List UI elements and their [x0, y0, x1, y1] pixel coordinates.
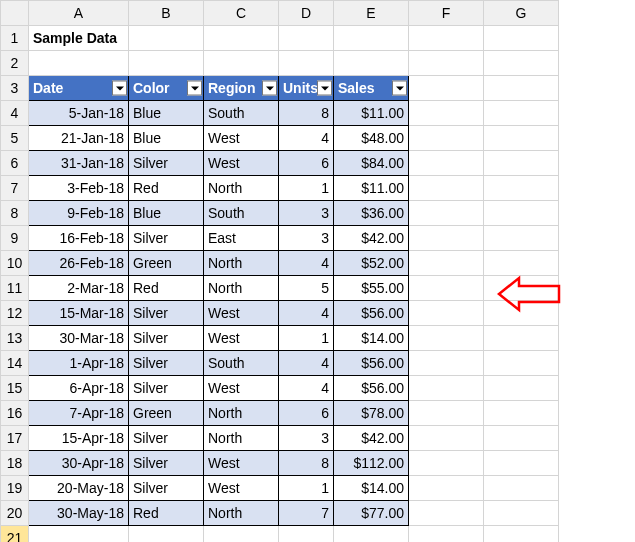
- cell-sales[interactable]: $42.00: [334, 426, 409, 451]
- cell-color[interactable]: Green: [129, 251, 204, 276]
- row-header-15[interactable]: 15: [1, 376, 29, 401]
- cell-sales[interactable]: $56.00: [334, 351, 409, 376]
- cell-date[interactable]: 5-Jan-18: [29, 101, 129, 126]
- cell-color[interactable]: Red: [129, 176, 204, 201]
- cell-region[interactable]: East: [204, 226, 279, 251]
- cell[interactable]: [409, 251, 484, 276]
- cell-date[interactable]: 9-Feb-18: [29, 201, 129, 226]
- cell-color[interactable]: Red: [129, 501, 204, 526]
- cell-region[interactable]: South: [204, 101, 279, 126]
- cell[interactable]: [409, 176, 484, 201]
- cell-units[interactable]: 4: [279, 351, 334, 376]
- cell[interactable]: [409, 376, 484, 401]
- cell-sales[interactable]: $14.00: [334, 476, 409, 501]
- cell-region[interactable]: West: [204, 126, 279, 151]
- cell[interactable]: [409, 351, 484, 376]
- cell-units[interactable]: 5: [279, 276, 334, 301]
- cell[interactable]: [484, 101, 559, 126]
- cell[interactable]: [409, 451, 484, 476]
- cell-color[interactable]: Silver: [129, 226, 204, 251]
- cell-color[interactable]: Silver: [129, 451, 204, 476]
- table-header-sales[interactable]: Sales: [334, 76, 409, 101]
- cell[interactable]: [409, 26, 484, 51]
- table-header-units[interactable]: Units: [279, 76, 334, 101]
- cell-date[interactable]: 20-May-18: [29, 476, 129, 501]
- cell[interactable]: [129, 26, 204, 51]
- cell-sales[interactable]: $52.00: [334, 251, 409, 276]
- cell[interactable]: [29, 51, 129, 76]
- row-header-1[interactable]: 1: [1, 26, 29, 51]
- cell-color[interactable]: Silver: [129, 301, 204, 326]
- cell[interactable]: [484, 476, 559, 501]
- cell-sales[interactable]: $84.00: [334, 151, 409, 176]
- cell[interactable]: [484, 401, 559, 426]
- cell-units[interactable]: 7: [279, 501, 334, 526]
- cell-date[interactable]: 16-Feb-18: [29, 226, 129, 251]
- row-header-9[interactable]: 9: [1, 226, 29, 251]
- row-header-17[interactable]: 17: [1, 426, 29, 451]
- cell[interactable]: [409, 276, 484, 301]
- cell[interactable]: [409, 101, 484, 126]
- cell-region[interactable]: North: [204, 426, 279, 451]
- row-header-18[interactable]: 18: [1, 451, 29, 476]
- cell[interactable]: [409, 476, 484, 501]
- cell-color[interactable]: Blue: [129, 201, 204, 226]
- cell[interactable]: [129, 526, 204, 543]
- cell[interactable]: [484, 226, 559, 251]
- cell[interactable]: [409, 401, 484, 426]
- cell-color[interactable]: Silver: [129, 351, 204, 376]
- cell-region[interactable]: North: [204, 501, 279, 526]
- cell[interactable]: [409, 51, 484, 76]
- filter-dropdown-icon[interactable]: [262, 81, 277, 96]
- cell[interactable]: [334, 51, 409, 76]
- cell-date[interactable]: 15-Mar-18: [29, 301, 129, 326]
- cell-color[interactable]: Silver: [129, 426, 204, 451]
- cell[interactable]: [279, 526, 334, 543]
- cell-region[interactable]: West: [204, 451, 279, 476]
- cell[interactable]: [484, 251, 559, 276]
- row-header-13[interactable]: 13: [1, 326, 29, 351]
- row-header-7[interactable]: 7: [1, 176, 29, 201]
- cell[interactable]: [484, 76, 559, 101]
- cell-units[interactable]: 3: [279, 226, 334, 251]
- cell[interactable]: [484, 276, 559, 301]
- cell-date[interactable]: 7-Apr-18: [29, 401, 129, 426]
- cell[interactable]: [409, 151, 484, 176]
- table-header-date[interactable]: Date: [29, 76, 129, 101]
- cell-units[interactable]: 4: [279, 251, 334, 276]
- cell[interactable]: [409, 126, 484, 151]
- row-header-2[interactable]: 2: [1, 51, 29, 76]
- cell[interactable]: [334, 526, 409, 543]
- cell-date[interactable]: 1-Apr-18: [29, 351, 129, 376]
- cell-region[interactable]: West: [204, 476, 279, 501]
- cell-units[interactable]: 4: [279, 301, 334, 326]
- cell-color[interactable]: Green: [129, 401, 204, 426]
- cell[interactable]: [484, 451, 559, 476]
- table-header-color[interactable]: Color: [129, 76, 204, 101]
- cell[interactable]: [484, 151, 559, 176]
- cell-sales[interactable]: $77.00: [334, 501, 409, 526]
- col-header-A[interactable]: A: [29, 1, 129, 26]
- cell-date[interactable]: 31-Jan-18: [29, 151, 129, 176]
- cell[interactable]: [484, 176, 559, 201]
- col-header-G[interactable]: G: [484, 1, 559, 26]
- row-header-16[interactable]: 16: [1, 401, 29, 426]
- table-header-region[interactable]: Region: [204, 76, 279, 101]
- cell-color[interactable]: Silver: [129, 326, 204, 351]
- cell-sales[interactable]: $56.00: [334, 376, 409, 401]
- cell-units[interactable]: 4: [279, 126, 334, 151]
- filter-dropdown-icon[interactable]: [317, 81, 332, 96]
- cell-sales[interactable]: $36.00: [334, 201, 409, 226]
- cell-region[interactable]: North: [204, 176, 279, 201]
- cell-units[interactable]: 1: [279, 326, 334, 351]
- cell[interactable]: [409, 76, 484, 101]
- cell-date[interactable]: 26-Feb-18: [29, 251, 129, 276]
- cell-date[interactable]: 21-Jan-18: [29, 126, 129, 151]
- cell[interactable]: [279, 51, 334, 76]
- row-header-19[interactable]: 19: [1, 476, 29, 501]
- cell-date[interactable]: 3-Feb-18: [29, 176, 129, 201]
- cell-date[interactable]: 6-Apr-18: [29, 376, 129, 401]
- cell-units[interactable]: 3: [279, 426, 334, 451]
- cell-date[interactable]: 2-Mar-18: [29, 276, 129, 301]
- cell[interactable]: [279, 26, 334, 51]
